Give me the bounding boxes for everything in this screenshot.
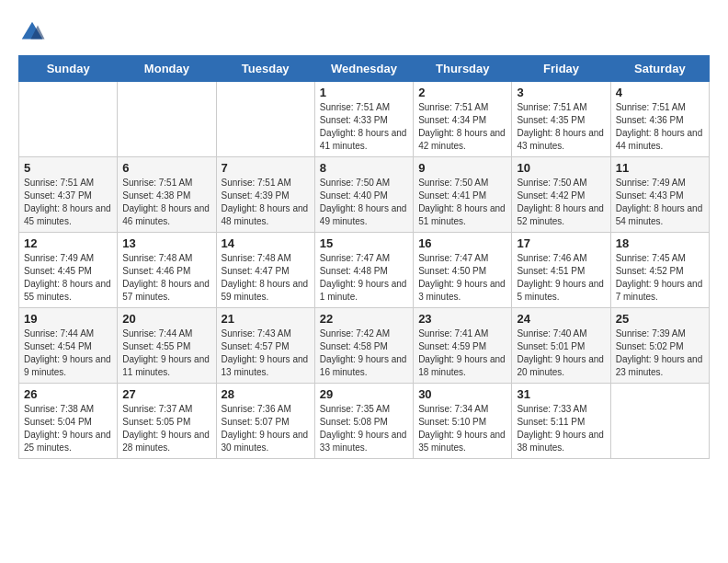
day-number: 26	[24, 387, 112, 401]
calendar-cell: 25Sunrise: 7:39 AM Sunset: 5:02 PM Dayli…	[610, 308, 709, 384]
day-number: 9	[418, 161, 506, 175]
day-number: 21	[222, 312, 310, 326]
calendar-cell: 30Sunrise: 7:34 AM Sunset: 5:10 PM Dayli…	[414, 384, 512, 459]
day-number: 19	[24, 312, 112, 326]
day-info: Sunrise: 7:45 AM Sunset: 4:52 PM Dayligh…	[616, 252, 704, 304]
calendar-cell	[19, 82, 118, 157]
calendar-body: 1Sunrise: 7:51 AM Sunset: 4:33 PM Daylig…	[19, 82, 710, 459]
calendar-cell: 16Sunrise: 7:47 AM Sunset: 4:50 PM Dayli…	[414, 233, 512, 308]
day-info: Sunrise: 7:41 AM Sunset: 4:59 PM Dayligh…	[418, 327, 506, 379]
calendar-cell: 24Sunrise: 7:40 AM Sunset: 5:01 PM Dayli…	[512, 308, 610, 384]
day-number: 20	[122, 312, 210, 326]
day-number: 11	[616, 161, 704, 175]
day-info: Sunrise: 7:51 AM Sunset: 4:38 PM Dayligh…	[122, 177, 210, 228]
calendar-cell: 11Sunrise: 7:49 AM Sunset: 4:43 PM Dayli…	[610, 157, 709, 233]
day-info: Sunrise: 7:36 AM Sunset: 5:07 PM Dayligh…	[222, 403, 310, 454]
day-info: Sunrise: 7:48 AM Sunset: 4:47 PM Dayligh…	[222, 252, 310, 304]
calendar-cell: 6Sunrise: 7:51 AM Sunset: 4:38 PM Daylig…	[118, 157, 216, 233]
day-info: Sunrise: 7:51 AM Sunset: 4:37 PM Dayligh…	[24, 177, 112, 228]
weekday-header: Saturday	[610, 56, 709, 82]
calendar-cell	[216, 82, 314, 157]
day-number: 12	[24, 236, 112, 250]
day-number: 23	[418, 312, 506, 326]
day-info: Sunrise: 7:33 AM Sunset: 5:11 PM Dayligh…	[517, 403, 605, 454]
day-info: Sunrise: 7:42 AM Sunset: 4:58 PM Dayligh…	[320, 327, 408, 379]
logo-icon	[18, 18, 46, 46]
day-number: 5	[24, 161, 112, 175]
calendar-cell: 28Sunrise: 7:36 AM Sunset: 5:07 PM Dayli…	[216, 384, 314, 459]
calendar-cell: 9Sunrise: 7:50 AM Sunset: 4:41 PM Daylig…	[414, 157, 512, 233]
weekday-header: Friday	[512, 56, 610, 82]
calendar-week: 1Sunrise: 7:51 AM Sunset: 4:33 PM Daylig…	[19, 82, 710, 157]
day-number: 7	[222, 161, 310, 175]
day-number: 27	[122, 387, 210, 401]
day-info: Sunrise: 7:49 AM Sunset: 4:43 PM Dayligh…	[616, 177, 704, 228]
calendar-cell: 23Sunrise: 7:41 AM Sunset: 4:59 PM Dayli…	[414, 308, 512, 384]
day-info: Sunrise: 7:50 AM Sunset: 4:40 PM Dayligh…	[320, 177, 408, 228]
calendar-week: 26Sunrise: 7:38 AM Sunset: 5:04 PM Dayli…	[19, 384, 710, 459]
day-info: Sunrise: 7:44 AM Sunset: 4:54 PM Dayligh…	[24, 327, 112, 379]
calendar-week: 19Sunrise: 7:44 AM Sunset: 4:54 PM Dayli…	[19, 308, 710, 384]
day-number: 14	[222, 236, 310, 250]
day-info: Sunrise: 7:37 AM Sunset: 5:05 PM Dayligh…	[122, 403, 210, 454]
calendar-header: SundayMondayTuesdayWednesdayThursdayFrid…	[19, 56, 710, 82]
day-number: 1	[320, 86, 408, 99]
calendar-cell: 8Sunrise: 7:50 AM Sunset: 4:40 PM Daylig…	[314, 157, 413, 233]
calendar-cell: 13Sunrise: 7:48 AM Sunset: 4:46 PM Dayli…	[118, 233, 216, 308]
day-info: Sunrise: 7:51 AM Sunset: 4:36 PM Dayligh…	[616, 101, 704, 153]
calendar-cell: 15Sunrise: 7:47 AM Sunset: 4:48 PM Dayli…	[314, 233, 413, 308]
logo	[18, 18, 50, 46]
calendar-cell: 14Sunrise: 7:48 AM Sunset: 4:47 PM Dayli…	[216, 233, 314, 308]
day-info: Sunrise: 7:48 AM Sunset: 4:46 PM Dayligh…	[122, 252, 210, 304]
day-info: Sunrise: 7:34 AM Sunset: 5:10 PM Dayligh…	[418, 403, 506, 454]
weekday-header: Tuesday	[216, 56, 314, 82]
calendar-cell: 22Sunrise: 7:42 AM Sunset: 4:58 PM Dayli…	[314, 308, 413, 384]
weekday-header: Monday	[118, 56, 216, 82]
day-number: 6	[122, 161, 210, 175]
day-number: 25	[616, 312, 704, 326]
calendar-cell: 5Sunrise: 7:51 AM Sunset: 4:37 PM Daylig…	[19, 157, 118, 233]
calendar-cell: 1Sunrise: 7:51 AM Sunset: 4:33 PM Daylig…	[314, 82, 413, 157]
day-number: 13	[122, 236, 210, 250]
weekday-header: Thursday	[414, 56, 512, 82]
calendar-cell: 19Sunrise: 7:44 AM Sunset: 4:54 PM Dayli…	[19, 308, 118, 384]
day-number: 15	[320, 236, 408, 250]
day-number: 31	[517, 387, 605, 401]
calendar-cell: 2Sunrise: 7:51 AM Sunset: 4:34 PM Daylig…	[414, 82, 512, 157]
day-info: Sunrise: 7:46 AM Sunset: 4:51 PM Dayligh…	[517, 252, 605, 304]
day-info: Sunrise: 7:50 AM Sunset: 4:42 PM Dayligh…	[517, 177, 605, 228]
day-info: Sunrise: 7:51 AM Sunset: 4:35 PM Dayligh…	[517, 101, 605, 153]
calendar-cell: 7Sunrise: 7:51 AM Sunset: 4:39 PM Daylig…	[216, 157, 314, 233]
day-info: Sunrise: 7:47 AM Sunset: 4:50 PM Dayligh…	[418, 252, 506, 304]
day-info: Sunrise: 7:44 AM Sunset: 4:55 PM Dayligh…	[122, 327, 210, 379]
day-number: 17	[517, 236, 605, 250]
day-info: Sunrise: 7:39 AM Sunset: 5:02 PM Dayligh…	[616, 327, 704, 379]
weekday-header: Sunday	[19, 56, 118, 82]
calendar-cell: 17Sunrise: 7:46 AM Sunset: 4:51 PM Dayli…	[512, 233, 610, 308]
calendar-cell: 4Sunrise: 7:51 AM Sunset: 4:36 PM Daylig…	[610, 82, 709, 157]
day-number: 8	[320, 161, 408, 175]
day-info: Sunrise: 7:49 AM Sunset: 4:45 PM Dayligh…	[24, 252, 112, 304]
calendar-cell: 3Sunrise: 7:51 AM Sunset: 4:35 PM Daylig…	[512, 82, 610, 157]
weekday-row: SundayMondayTuesdayWednesdayThursdayFrid…	[19, 56, 710, 82]
day-info: Sunrise: 7:40 AM Sunset: 5:01 PM Dayligh…	[517, 327, 605, 379]
day-number: 2	[418, 86, 506, 99]
day-info: Sunrise: 7:47 AM Sunset: 4:48 PM Dayligh…	[320, 252, 408, 304]
day-number: 24	[517, 312, 605, 326]
calendar-cell: 10Sunrise: 7:50 AM Sunset: 4:42 PM Dayli…	[512, 157, 610, 233]
calendar-week: 5Sunrise: 7:51 AM Sunset: 4:37 PM Daylig…	[19, 157, 710, 233]
day-number: 18	[616, 236, 704, 250]
calendar-cell: 31Sunrise: 7:33 AM Sunset: 5:11 PM Dayli…	[512, 384, 610, 459]
day-info: Sunrise: 7:51 AM Sunset: 4:34 PM Dayligh…	[418, 101, 506, 153]
calendar-table: SundayMondayTuesdayWednesdayThursdayFrid…	[18, 55, 710, 459]
calendar-cell	[610, 384, 709, 459]
calendar-cell: 12Sunrise: 7:49 AM Sunset: 4:45 PM Dayli…	[19, 233, 118, 308]
day-number: 3	[517, 86, 605, 99]
calendar-cell: 26Sunrise: 7:38 AM Sunset: 5:04 PM Dayli…	[19, 384, 118, 459]
day-number: 4	[616, 86, 704, 99]
day-number: 22	[320, 312, 408, 326]
day-number: 30	[418, 387, 506, 401]
calendar-cell	[118, 82, 216, 157]
day-info: Sunrise: 7:51 AM Sunset: 4:33 PM Dayligh…	[320, 101, 408, 153]
calendar-week: 12Sunrise: 7:49 AM Sunset: 4:45 PM Dayli…	[19, 233, 710, 308]
